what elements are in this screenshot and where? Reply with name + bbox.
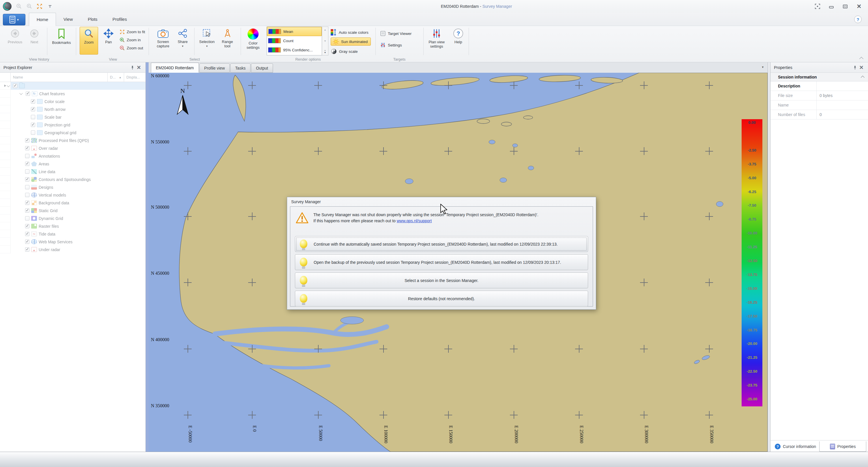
tree-row[interactable]: Areas [0, 160, 146, 168]
panel-splitter[interactable] [768, 62, 771, 452]
tree-checkbox[interactable] [13, 84, 17, 88]
tree-row[interactable]: Under radar [0, 246, 146, 253]
dialog-option-button[interactable]: Continue with the automatically saved se… [295, 236, 588, 252]
tree-checkbox[interactable] [25, 177, 29, 182]
view-tab[interactable]: Profile view [199, 63, 230, 73]
tree-row[interactable]: Vertical models [0, 191, 146, 199]
tree-checkbox[interactable] [25, 208, 29, 213]
panel-tab[interactable]: Properties [819, 441, 866, 452]
tree-row[interactable]: Web Map Services [0, 238, 146, 246]
tree-checkbox[interactable] [25, 154, 29, 158]
support-link[interactable]: www.qps.nl/support [397, 218, 432, 223]
view-tab[interactable]: Output [251, 63, 273, 73]
tree-checkbox[interactable] [25, 193, 29, 197]
share-button[interactable]: Share ▾ [174, 27, 191, 55]
zoom-in-button[interactable]: Zoom in [120, 36, 145, 44]
scroll-up-icon[interactable]: ▴ [324, 28, 326, 31]
tree-row[interactable]: Color scale [0, 98, 146, 105]
zoom-to-fit-quick-icon[interactable] [36, 3, 43, 9]
ribbon-tab[interactable]: Profiles [105, 13, 134, 26]
column-header-name[interactable]: Name [11, 73, 107, 82]
tree-checkbox[interactable] [25, 162, 29, 166]
close-icon[interactable]: ✕ [858, 64, 865, 71]
tree-row[interactable]: Projection grid [0, 121, 146, 129]
next-button[interactable]: Next [25, 27, 43, 55]
tree-checkbox[interactable] [26, 92, 30, 96]
scroll-down-icon[interactable]: ▾ [324, 39, 326, 42]
tree-row[interactable]: Geographical grid [0, 129, 146, 136]
selection-button[interactable]: Selection ▾ [197, 27, 217, 55]
tree-checkbox[interactable] [25, 200, 29, 205]
dialog-option-button[interactable]: Open the backup of the previously used s… [295, 254, 588, 270]
previous-button[interactable]: Previous [6, 27, 24, 55]
column-header-display[interactable]: Displa... [124, 73, 146, 82]
fullscreen-button[interactable] [814, 3, 821, 9]
tree-row[interactable]: Annotations [0, 152, 146, 160]
bookmarks-button[interactable]: Bookmarks [51, 27, 72, 55]
tree-row[interactable]: Processed Point files (QPD) [0, 136, 146, 144]
minimize-button[interactable] [828, 3, 835, 9]
render-layer-option[interactable]: Mean [267, 27, 322, 36]
tree-checkbox[interactable] [31, 123, 35, 127]
dialog-option-button[interactable]: Select a session in the Session Manager. [295, 273, 588, 288]
tree-row[interactable]: Raster files [0, 222, 146, 230]
tree-row[interactable]: Tide data [0, 230, 146, 238]
section-header[interactable]: Session information [771, 73, 868, 82]
tree-checkbox[interactable] [25, 240, 29, 244]
tree-row[interactable]: Background data [0, 199, 146, 207]
tree-checkbox[interactable] [25, 138, 29, 143]
plan-view-settings-button[interactable]: Plan view settings [425, 27, 449, 55]
next-zoom-icon[interactable] [26, 3, 32, 9]
column-header-d[interactable]: D...▲ [107, 73, 124, 82]
tree-checkbox[interactable] [31, 115, 35, 119]
auto-scale-colors-button[interactable]: Auto scale colors [331, 28, 369, 36]
maximize-button[interactable] [842, 3, 848, 9]
render-layer-option[interactable]: Count [267, 36, 322, 45]
tree-checkbox[interactable] [25, 232, 29, 236]
tree-checkbox[interactable] [25, 146, 29, 150]
tree-row[interactable]: Contours and Spotsoundings [0, 176, 146, 183]
ribbon-tab[interactable]: Plots [80, 13, 105, 26]
sun-illuminated-button[interactable]: Sun illuminated [331, 37, 371, 45]
tree-checkbox[interactable] [25, 216, 29, 220]
ribbon-tab[interactable]: View [56, 13, 80, 26]
pin-icon[interactable] [852, 64, 858, 71]
zoom-out-button[interactable]: Zoom out [120, 44, 145, 52]
list-more-icon[interactable]: ▾ [324, 50, 326, 54]
close-button[interactable]: ✕ [856, 3, 862, 9]
panel-tab[interactable]: ? Cursor information [772, 441, 819, 452]
zoom-tool-button[interactable]: Zoom [80, 27, 98, 55]
tree-row[interactable] [0, 82, 146, 90]
ribbon-tab[interactable]: Home [29, 13, 56, 26]
tree-row[interactable]: Over radar [0, 144, 146, 152]
tab-list-dropdown-icon[interactable]: ▾ [762, 65, 764, 69]
target-settings-button[interactable]: Settings [380, 41, 402, 49]
tree-row[interactable]: Dynamic Grid [0, 214, 146, 222]
dialog-option-button[interactable]: Restore defaults (not recommended). [295, 291, 588, 307]
render-list-scrollbar[interactable]: ▴ ▾ ▾ [322, 27, 329, 55]
application-menu-button[interactable]: ▾ [3, 14, 25, 25]
tree-checkbox[interactable] [31, 130, 35, 135]
tree-row[interactable]: Static Grid [0, 207, 146, 214]
screen-capture-button[interactable]: Screen capture [153, 27, 173, 55]
panel-splitter[interactable] [146, 62, 149, 452]
tree-checkbox[interactable] [25, 224, 29, 228]
toolbar-options-icon[interactable]: ▾ [47, 3, 53, 9]
collapse-ribbon-icon[interactable] [859, 57, 863, 61]
pin-icon[interactable] [129, 64, 135, 71]
gray-scale-button[interactable]: Gray scale [331, 47, 358, 55]
tree-row[interactable]: Designs [0, 183, 146, 191]
tree-row[interactable]: Line data [0, 168, 146, 176]
tree-checkbox[interactable] [31, 107, 35, 112]
tree-row[interactable]: Scale bar [0, 113, 146, 121]
tree-checkbox[interactable] [25, 247, 29, 252]
target-viewer-button[interactable]: Target Viewer [380, 29, 411, 37]
expander-icon[interactable] [5, 85, 11, 87]
zoom-to-fit-button[interactable]: Zoom to fit [120, 28, 145, 36]
help-icon[interactable]: ? [854, 15, 862, 23]
range-tool-button[interactable]: Range tool [218, 27, 236, 55]
view-tab[interactable]: EM2040D Rotterdam [151, 63, 199, 73]
render-layer-option[interactable]: 95% Confidenc... [267, 45, 322, 55]
pan-tool-button[interactable]: Pan [100, 27, 117, 55]
color-settings-button[interactable]: Color settings [243, 27, 263, 55]
